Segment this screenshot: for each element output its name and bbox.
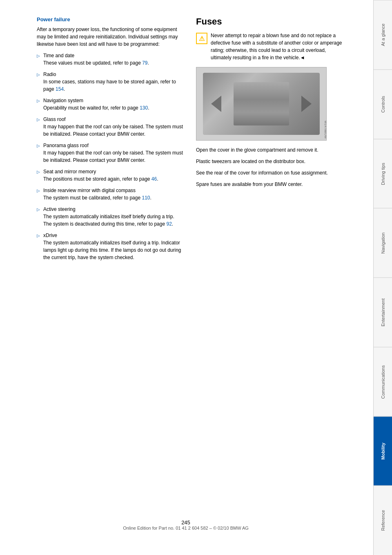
list-item: ▷ Active steering The system automatical… xyxy=(37,206,184,228)
warning-icon: ⚠ xyxy=(196,33,207,44)
sidebar-item-controls[interactable]: Controls xyxy=(374,69,392,139)
item-desc: The system automatically initializes its… xyxy=(43,213,184,228)
list-arrow-icon: ▷ xyxy=(37,98,40,104)
page-link[interactable]: 46 xyxy=(151,176,157,182)
side-navigation: At a glance Controls Driving tips Naviga… xyxy=(373,0,392,555)
image-watermark: W1478BUW xyxy=(324,121,327,139)
fuses-para-1: Open the cover in the glove compartment … xyxy=(196,146,343,154)
item-title: Inside rearview mirror with digital comp… xyxy=(43,187,184,194)
page-container: Power failure After a temporary power lo… xyxy=(0,0,392,555)
item-desc: It may happen that the roof can only be … xyxy=(43,123,184,138)
item-title: Seat and mirror memory xyxy=(43,168,184,175)
fuses-heading: Fuses xyxy=(196,16,343,27)
list-arrow-icon: ▷ xyxy=(37,188,40,194)
arrow-right-icon xyxy=(301,96,312,112)
power-failure-list: ▷ Time and date These values must be upd… xyxy=(37,52,184,261)
item-title: xDrive xyxy=(43,232,184,239)
list-arrow-icon: ▷ xyxy=(37,53,40,59)
page-number: 245 xyxy=(0,519,372,526)
item-desc: It may happen that the roof can only be … xyxy=(43,149,184,164)
item-desc: In some cases, stations may have to be s… xyxy=(43,78,184,93)
sidebar-item-driving-tips[interactable]: Driving tips xyxy=(374,139,392,208)
warning-box: ⚠ Never attempt to repair a blown fuse a… xyxy=(196,32,343,61)
fuses-para-2: Plastic tweezers are located on the dist… xyxy=(196,158,343,165)
list-item: ▷ Panorama glass roof It may happen that… xyxy=(37,142,184,164)
fuse-box-graphic xyxy=(234,82,289,125)
sidebar-item-communications[interactable]: Communications xyxy=(374,347,392,416)
list-arrow-icon: ▷ xyxy=(37,206,40,213)
list-item: ▷ Seat and mirror memory The positions m… xyxy=(37,168,184,183)
sidebar-item-entertainment[interactable]: Entertainment xyxy=(374,278,392,347)
list-item: ▷ Time and date These values must be upd… xyxy=(37,52,184,67)
fuse-image-inner xyxy=(203,73,320,134)
warning-text: Never attempt to repair a blown fuse and… xyxy=(211,32,343,61)
list-arrow-icon: ▷ xyxy=(37,116,40,123)
item-title: Time and date xyxy=(43,52,184,59)
list-arrow-icon: ▷ xyxy=(37,233,40,239)
right-column: Fuses ⚠ Never attempt to repair a blown … xyxy=(196,16,343,539)
list-item: ▷ Navigation system Operability must be … xyxy=(37,97,184,112)
footer-note: Online Edition for Part no. 01 41 2 604 … xyxy=(0,526,372,530)
item-title: Radio xyxy=(43,71,184,78)
page-link[interactable]: 130 xyxy=(140,105,148,111)
arrow-left-icon xyxy=(211,96,221,112)
main-content: Power failure After a temporary power lo… xyxy=(12,0,373,555)
item-title: Panorama glass roof xyxy=(43,142,184,149)
page-link[interactable]: 92 xyxy=(166,221,172,227)
item-desc: The system must be calibrated, refer to … xyxy=(43,194,184,201)
list-arrow-icon: ▷ xyxy=(37,169,40,175)
sidebar-item-at-a-glance[interactable]: At a glance xyxy=(374,0,392,69)
sidebar-item-reference[interactable]: Reference xyxy=(374,486,392,555)
list-arrow-icon: ▷ xyxy=(37,143,40,149)
sidebar-item-mobility[interactable]: Mobility xyxy=(374,416,392,486)
fuse-image: W1478BUW xyxy=(196,67,327,141)
item-desc: The positions must be stored again, refe… xyxy=(43,175,184,183)
fuses-para-3: See the rear of the cover for informatio… xyxy=(196,169,343,177)
page-link[interactable]: 110 xyxy=(142,195,150,201)
page-link[interactable]: 79 xyxy=(142,60,147,66)
list-item: ▷ xDrive The system automatically initia… xyxy=(37,232,184,261)
left-column: Power failure After a temporary power lo… xyxy=(37,16,184,539)
page-link[interactable]: 154 xyxy=(56,86,64,92)
item-desc: The system automatically initializes its… xyxy=(43,239,184,261)
sidebar-item-navigation[interactable]: Navigation xyxy=(374,208,392,278)
page-footer: 245 Online Edition for Part no. 01 41 2 … xyxy=(0,519,372,530)
left-margin xyxy=(0,0,12,555)
item-desc: Operability must be waited for, refer to… xyxy=(43,104,184,112)
list-item: ▷ Radio In some cases, stations may have… xyxy=(37,71,184,93)
item-desc: These values must be updated, refer to p… xyxy=(43,59,184,67)
list-item: ▷ Inside rearview mirror with digital co… xyxy=(37,187,184,201)
power-failure-intro: After a temporary power loss, the functi… xyxy=(37,26,184,48)
list-arrow-icon: ▷ xyxy=(37,72,40,78)
list-item: ▷ Glass roof It may happen that the roof… xyxy=(37,116,184,138)
item-title: Glass roof xyxy=(43,116,184,123)
item-title: Navigation system xyxy=(43,97,184,104)
fuses-para-4: Spare fuses are available from your BMW … xyxy=(196,181,343,188)
power-failure-heading: Power failure xyxy=(37,16,184,22)
item-title: Active steering xyxy=(43,206,184,213)
